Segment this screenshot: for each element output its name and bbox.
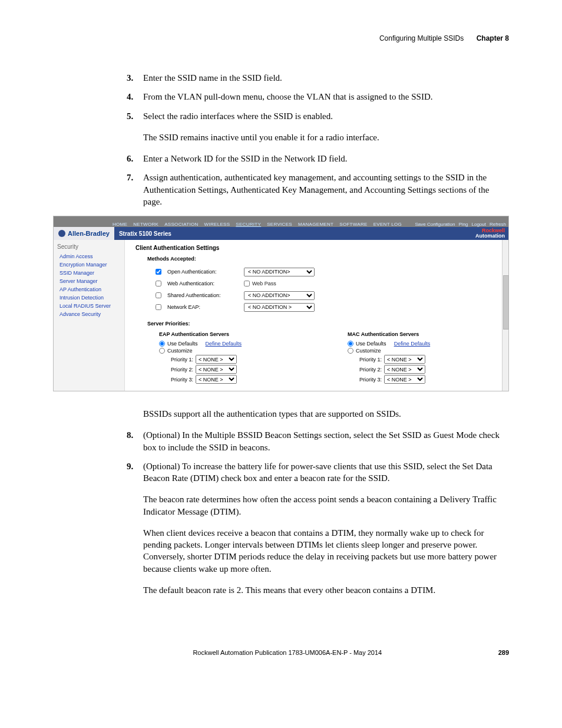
shared-auth-checkbox[interactable] [156,292,161,298]
web-auth-checkbox[interactable] [156,281,161,286]
open-auth-checkbox[interactable] [156,269,161,275]
step-number: 9. [127,460,133,472]
eap-p2-select[interactable]: < NONE > [196,365,237,374]
mac-use-defaults-radio[interactable] [348,341,353,347]
sidebar-item-server-manager[interactable]: Server Manager [59,278,121,284]
nav-eventlog[interactable]: EVENT LOG [373,222,402,227]
brand-badge: Allen-Bradley [54,227,114,240]
page-number: 289 [498,649,509,656]
step-number: 7. [127,172,133,183]
nav-services[interactable]: SERVICES [267,222,292,227]
mac-customize-radio[interactable] [348,348,353,354]
link-ping[interactable]: Ping [459,222,468,227]
page-footer: Rockwell Automation Publication 1783-UM0… [53,649,509,656]
network-eap-label: Network EAP: [167,304,238,310]
app-nav: HOME NETWORK ASSOCIATION WIRELESS SECURI… [56,222,402,227]
sidebar-item-advance-security[interactable]: Advance Security [59,311,121,317]
shared-auth-select[interactable]: < NO ADDITION> [244,291,315,300]
nav-management[interactable]: MANAGEMENT [298,222,333,227]
rockwell-logo: Rockwell Automation [475,228,505,239]
step-text: From the VLAN pull-down menu, choose the… [143,92,432,101]
paragraph: The beacon rate determines how often the… [143,493,509,518]
nav-network[interactable]: NETWORK [133,222,158,227]
eap-servers-col: EAP Authentication Servers Use Defaults … [159,331,242,385]
app-screenshot: HOME NETWORK ASSOCIATION WIRELESS SECURI… [53,216,509,391]
sidebar-item-admin-access[interactable]: Admin Access [59,253,121,259]
link-logout[interactable]: Logout [472,222,486,227]
methods-label: Methods Accepted: [147,256,503,262]
app-title: Stratix 5100 Series [114,230,475,237]
web-pass-checkbox[interactable] [244,281,250,286]
app-header: Allen-Bradley Stratix 5100 Series Rockwe… [54,227,508,240]
web-auth-label: Web Authentication: [167,281,238,286]
paragraph: When client devices receive a beacon tha… [143,527,509,575]
network-eap-checkbox[interactable] [156,304,161,310]
mac-p1-select[interactable]: < NONE > [384,355,425,364]
paragraph: BSSIDs support all the authentication ty… [143,408,509,420]
section-title: Client Authentication Settings [135,245,503,251]
brand-icon [58,230,65,237]
page-header: Configuring Multiple SSIDs Chapter 8 [53,34,509,42]
steps-list-b: 6.Enter a Network ID for the SSID in the… [127,153,509,207]
step-text: Assign authentication, authenticated key… [143,173,489,206]
eap-use-defaults-radio[interactable] [159,341,165,347]
nav-security[interactable]: SECURITY [236,222,261,227]
mac-servers-title: MAC Authentication Servers [348,331,430,337]
rockwell-2: Automation [475,233,505,239]
sidebar-item-intrusion-detection[interactable]: Intrusion Detection [59,295,121,301]
mac-p3-label: Priority 3: [359,377,382,383]
eap-customize-label: Customize [167,348,193,354]
network-eap-select[interactable]: < NO ADDITION > [244,303,315,312]
nav-software[interactable]: SOFTWARE [339,222,367,227]
main-panel: Client Authentication Settings Methods A… [125,240,508,391]
eap-p1-label: Priority 1: [171,357,193,363]
mac-define-defaults-link[interactable]: Define Defaults [394,341,431,347]
mac-use-defaults-label: Use Defaults [356,341,386,347]
shared-auth-label: Shared Authentication: [167,292,238,298]
scrollbar[interactable] [502,240,508,391]
step-number: 6. [127,153,133,164]
eap-define-defaults-link[interactable]: Define Defaults [206,341,242,347]
paragraph: The default beacon rate is 2. This means… [143,584,509,596]
mac-p3-select[interactable]: < NONE > [384,375,425,384]
sidebar: Security Admin Access Encryption Manager… [54,240,125,391]
sidebar-header: Security [57,243,121,250]
eap-p2-label: Priority 2: [171,367,193,373]
step-text: Enter the SSID name in the SSID field. [143,73,282,83]
mac-p2-label: Priority 2: [359,367,382,373]
eap-customize-radio[interactable] [159,348,165,354]
step-number: 8. [127,429,133,441]
steps-list-a: 3.Enter the SSID name in the SSID field.… [127,72,509,122]
step-text: (Optional) To increase the battery life … [143,462,492,483]
step-number: 4. [127,91,133,103]
eap-use-defaults-label: Use Defaults [167,341,198,347]
chapter-label: Chapter 8 [477,34,509,42]
mac-p2-select[interactable]: < NONE > [384,365,425,374]
eap-p3-select[interactable]: < NONE > [196,375,237,384]
mac-servers-col: MAC Authentication Servers Use Defaults … [348,331,430,385]
server-priorities-label: Server Priorities: [147,321,503,327]
nav-wireless[interactable]: WIRELESS [204,222,230,227]
scrollbar-thumb[interactable] [503,275,509,330]
open-auth-label: Open Authentication: [167,269,238,275]
open-auth-select[interactable]: < NO ADDITION> [244,268,315,276]
paragraph: The SSID remains inactive until you enab… [143,131,509,143]
eap-servers-title: EAP Authentication Servers [159,331,242,337]
sidebar-item-ssid-manager[interactable]: SSID Manager [59,270,121,276]
step-text: (Optional) In the Multiple BSSID Beacon … [143,430,500,452]
sidebar-item-encryption-manager[interactable]: Encryption Manager [59,262,121,268]
eap-p1-select[interactable]: < NONE > [196,355,237,364]
nav-home[interactable]: HOME [113,222,127,227]
header-title: Configuring Multiple SSIDs [379,34,464,42]
publication-id: Rockwell Automation Publication 1783-UM0… [77,649,498,656]
mac-p1-label: Priority 1: [359,357,382,363]
link-save-config[interactable]: Save Configuration [415,222,455,227]
sidebar-item-ap-authentication[interactable]: AP Authentication [59,286,121,292]
link-refresh[interactable]: Refresh [490,222,506,227]
eap-p3-label: Priority 3: [171,377,193,383]
steps-list-c: 8.(Optional) In the Multiple BSSID Beaco… [127,429,509,484]
mac-customize-label: Customize [356,348,381,354]
step-text: Enter a Network ID for the SSID in the N… [143,154,348,163]
nav-association[interactable]: ASSOCIATION [164,222,198,227]
sidebar-item-local-radius-server[interactable]: Local RADIUS Server [59,303,121,309]
